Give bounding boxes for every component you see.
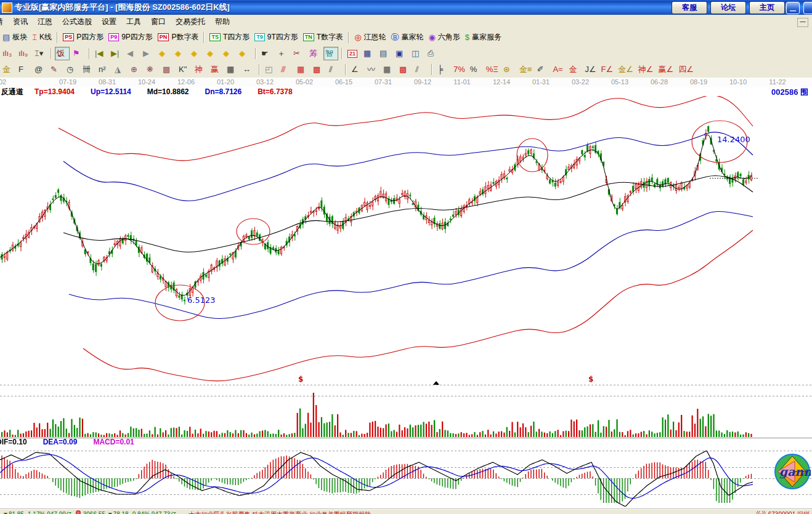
four-angle-tool[interactable]: 四∠ (676, 63, 696, 76)
t-number-table-button[interactable]: TNT数字表 (301, 31, 345, 44)
menu-item-4[interactable]: 公式选股 (57, 15, 97, 28)
index-quote-1: ▼81.85 -1.17% 947.99亿 (2, 510, 72, 514)
colored-flag-button[interactable]: ⚑ (71, 47, 86, 60)
gann-fan-tool[interactable]: ⫻ (279, 63, 294, 76)
winner-wheel-button[interactable]: Ⓑ赢家轮 (389, 31, 425, 44)
fib-f-tool[interactable]: F (17, 63, 31, 76)
menu-item-8[interactable]: 交易委托 (171, 15, 210, 28)
calculator-button[interactable]: ▦ (362, 47, 376, 60)
winner-service-button[interactable]: $赢家服务 (463, 31, 503, 44)
seven-percent-tool[interactable]: 7% (452, 63, 467, 76)
parallel-slash-tool[interactable]: ⫽ (327, 63, 342, 76)
gold-line-tool[interactable]: 金 (567, 63, 582, 76)
percent-tool[interactable]: % (468, 63, 483, 76)
pen-flag-tool[interactable]: ✐ (535, 63, 550, 76)
zoom-grid-diamond-button[interactable]: ◆ (237, 47, 252, 60)
circle-cross-tool[interactable]: ⊕ (129, 63, 144, 76)
forum-button[interactable]: 论坛 (710, 1, 746, 14)
gold-angle-tool[interactable]: 金∠ (616, 63, 635, 76)
time-circle-tool[interactable]: ◷ (65, 63, 79, 76)
percent-levels-tool[interactable]: %Ξ (484, 63, 500, 76)
last-page-button[interactable]: ▶| (109, 47, 124, 60)
gann-weave-tool[interactable]: ▩ (311, 63, 326, 76)
spiral-tool[interactable]: @ (33, 63, 47, 76)
brush-tool[interactable]: ✎ (49, 63, 63, 76)
menu-item-1[interactable]: 行情 (0, 15, 8, 28)
ying-angle-tool[interactable]: 赢∠ (656, 63, 675, 76)
bar9-chart-button[interactable]: ılı₉ (17, 47, 31, 60)
zigzag-tool[interactable]: 〰 (365, 63, 380, 76)
zoom-all-diamond-button[interactable]: ◆ (221, 47, 236, 60)
first-page-button[interactable]: |◀ (93, 47, 108, 60)
red-grid-tool[interactable]: ▩ (397, 63, 412, 76)
minimize-button[interactable]: — (786, 2, 800, 14)
double-angle-tool[interactable]: ∠ (349, 63, 364, 76)
menu-item-2[interactable]: 资讯 (8, 15, 33, 28)
menu-item-7[interactable]: 窗口 (146, 15, 171, 28)
menu-item-3[interactable]: 江恩 (33, 15, 57, 28)
signal-icon: ((·)) (757, 510, 766, 514)
smart-analysis-toggle[interactable]: 智 (323, 47, 338, 60)
shen-indicator-tool[interactable]: 神 (193, 63, 208, 76)
fan-channel-toggle[interactable]: 饭 (55, 47, 70, 60)
ruler-scale-tool[interactable]: ╞ (436, 63, 450, 76)
gold-ratio-tool[interactable]: 金 (1, 63, 15, 76)
gold-levels-tool[interactable]: 金≡ (518, 63, 534, 76)
h-measure-tool[interactable]: ↔ (241, 63, 256, 76)
f-angle-tool[interactable]: F∠ (599, 63, 615, 76)
candle-style-dropdown[interactable]: ⌶▾ (33, 47, 47, 60)
gann-web-tool[interactable]: ❋ (145, 63, 160, 76)
network-button[interactable]: ◫ (410, 47, 424, 60)
t9-square-button[interactable]: T99T四方形 (253, 31, 300, 44)
p-square-button[interactable]: PSP四方形 (61, 31, 105, 44)
calendar-button[interactable]: 21 (346, 47, 360, 60)
home-button[interactable]: 主页 (749, 1, 785, 14)
pan-right-diamond-button[interactable]: ◆ (173, 47, 188, 60)
numbered-grid-tool[interactable]: ▦ (225, 63, 240, 76)
hand-pan-tool[interactable]: ☛ (259, 47, 274, 60)
kline-button[interactable]: ⌶K线 (30, 31, 54, 44)
save-button[interactable]: ▣ (394, 47, 408, 60)
grid-box-tool[interactable]: ▦ (381, 63, 396, 76)
p9-square-button[interactable]: P99P四方形 (107, 31, 155, 44)
shen-angle-tool[interactable]: 神∠ (636, 63, 656, 76)
hexagon-button[interactable]: ◉六角形 (426, 31, 461, 44)
window-button-clipped[interactable] (803, 2, 812, 14)
nav-toolbar: ılı₃ılı₉⌶▾饭⚑|◀▶|◀▶◆◆◆◆◆◆☛＋✂筹智21▦▤▣◫⎙ (0, 46, 812, 62)
menu-item-9[interactable]: 帮助 (210, 15, 235, 28)
child-minimize-button[interactable]: — (797, 18, 808, 27)
service-button[interactable]: 客服 (672, 1, 707, 14)
a-wave-tool[interactable]: A≈ (551, 63, 566, 76)
gold-circle-tool[interactable]: ⊛ (501, 63, 516, 76)
tally-grid-tool[interactable]: 卌 (81, 63, 95, 76)
frame-tool[interactable]: ◰ (263, 63, 278, 76)
prev-page-button[interactable]: ◀ (125, 47, 140, 60)
zoom-in-diamond-button[interactable]: ◆ (205, 47, 220, 60)
notes-button[interactable]: ▤ (378, 47, 392, 60)
square-n2-tool[interactable]: n² (97, 63, 112, 76)
gann-grid-tool[interactable]: ▦ (295, 63, 310, 76)
main-chart-canvas[interactable] (0, 96, 812, 509)
hexagon-button-label: 六角形 (438, 32, 460, 42)
zoom-h-diamond-button[interactable]: ◆ (189, 47, 204, 60)
gann-web-square-tool[interactable]: ▩ (161, 63, 176, 76)
t-square-button[interactable]: TST四方形 (208, 31, 251, 44)
gann-wheel-button[interactable]: ◎江恩轮 (352, 31, 388, 44)
circle-cross-icon: ⊕ (131, 64, 137, 75)
menu-item-6[interactable]: 工具 (121, 15, 146, 28)
chips-tool[interactable]: 筹 (307, 47, 322, 60)
k-measure-tool[interactable]: K" (177, 63, 192, 76)
ying-indicator-tool[interactable]: 赢 (209, 63, 224, 76)
menu-item-5[interactable]: 设置 (97, 15, 121, 28)
erase-tool[interactable]: ✂ (291, 47, 306, 60)
protractor-tool[interactable]: ◮ (113, 63, 128, 76)
pan-left-diamond-button[interactable]: ◆ (157, 47, 172, 60)
crosshair-tool[interactable]: ＋ (275, 47, 290, 60)
blocks-panel-button[interactable]: ▤板块 (1, 31, 29, 44)
p-number-table-button[interactable]: PNP数字表 (156, 31, 201, 44)
bar3-chart-button[interactable]: ılı₃ (1, 47, 15, 60)
j-angle-tool[interactable]: J∠ (583, 63, 598, 76)
print-button[interactable]: ⎙ (426, 47, 441, 60)
parallels-tool[interactable]: ⫽ (413, 63, 428, 76)
next-page-button[interactable]: ▶ (141, 47, 156, 60)
